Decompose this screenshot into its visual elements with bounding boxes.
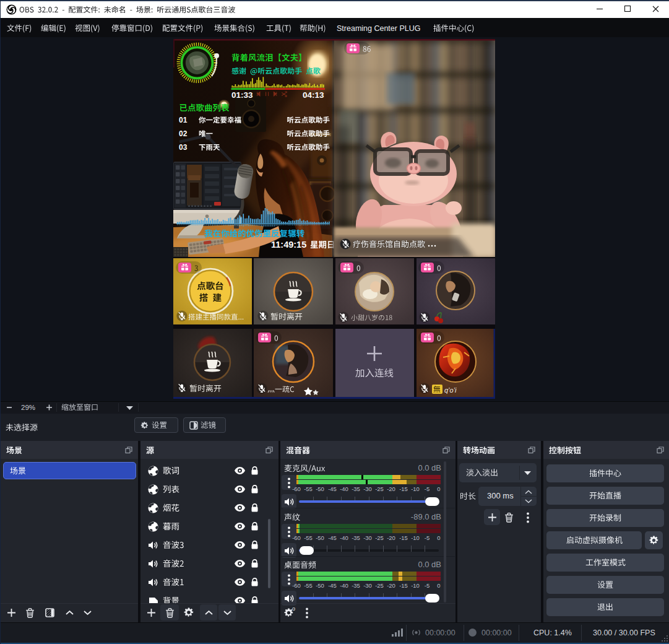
- svg-text:q’o’i: q’o’i: [444, 386, 457, 394]
- svg-text:04:13: 04:13: [303, 90, 324, 100]
- svg-text:03: 03: [179, 143, 188, 152]
- svg-text:01:33: 01:33: [231, 90, 253, 100]
- svg-text:02: 02: [179, 129, 188, 138]
- svg-text:11:49:15: 11:49:15: [271, 240, 306, 250]
- svg-text:01: 01: [179, 116, 188, 124]
